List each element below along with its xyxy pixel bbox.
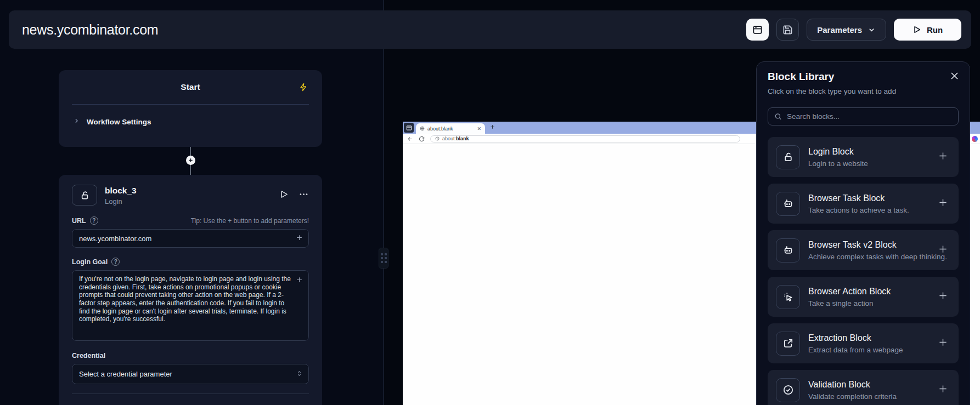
add-block-plus-icon[interactable] (937, 197, 949, 210)
add-block-plus-icon[interactable] (937, 150, 949, 164)
extract-icon (776, 332, 800, 356)
tab-title: about:blank (427, 126, 474, 132)
library-item-extraction-block[interactable]: Extraction Block Extract data from a web… (768, 323, 959, 363)
tab-search-icon[interactable] (404, 123, 414, 133)
plus-icon (295, 233, 303, 242)
library-item-browser-task-v2-block[interactable]: Browser Task v2 Block Achieve complex ta… (768, 230, 959, 270)
start-block-card[interactable]: Start Workflow Settings (59, 70, 322, 147)
chevrons-up-down-icon (296, 370, 303, 379)
credential-select[interactable]: Select a credential parameter (72, 364, 309, 384)
play-icon (913, 25, 921, 34)
lightning-bolt-icon (299, 83, 308, 94)
run-label: Run (927, 25, 943, 35)
chevron-right-icon (73, 117, 80, 127)
url-field-label: URL ? (72, 216, 98, 225)
credential-field-label: Credential (72, 352, 105, 360)
add-parameter-goal-button[interactable] (295, 276, 303, 286)
library-item-browser-action-block[interactable]: Browser Action Block Take a single actio… (768, 277, 959, 317)
chevron-down-icon (868, 26, 876, 34)
add-block-plus-icon[interactable] (937, 383, 949, 397)
parameters-button[interactable]: Parameters (807, 19, 886, 41)
browser-panel-toggle-button[interactable] (746, 19, 769, 41)
new-tab-icon[interactable] (489, 122, 495, 132)
save-icon (782, 25, 793, 35)
help-icon[interactable]: ? (90, 216, 98, 225)
url-input[interactable] (72, 229, 309, 248)
block-type-label: Login (105, 197, 137, 206)
add-block-plus-icon[interactable] (937, 243, 949, 257)
start-block-title: Start (181, 82, 200, 92)
search-input[interactable] (787, 112, 952, 121)
play-icon (279, 190, 289, 199)
browser-tab[interactable]: about:blank ✕ (416, 123, 485, 134)
close-icon[interactable] (949, 71, 960, 83)
save-button[interactable] (776, 19, 799, 41)
divider-drag-handle[interactable] (379, 248, 388, 269)
add-block-node-button[interactable] (186, 156, 195, 165)
add-parameter-url-button[interactable] (295, 233, 303, 244)
login-block-card[interactable]: block_3 Login URL ? Tip: Use the + butto… (59, 175, 322, 405)
workflow-settings-toggle[interactable]: Workflow Settings (59, 105, 322, 127)
block-library-subtitle: Click on the block type you want to add (768, 87, 959, 95)
block-section-divider (72, 393, 309, 394)
robot-icon (776, 238, 800, 263)
parameters-tip: Tip: Use the + button to add parameters! (191, 217, 309, 225)
help-icon[interactable]: ? (111, 258, 120, 266)
plus-icon (188, 157, 194, 163)
window-icon (752, 25, 763, 35)
add-block-plus-icon[interactable] (937, 290, 949, 304)
run-block-button[interactable] (279, 190, 289, 201)
block-library-list: Login Block Login to a website Browser T… (768, 137, 959, 405)
unlock-icon (776, 145, 800, 169)
plus-icon (295, 276, 303, 284)
ellipsis-icon (298, 189, 309, 199)
parameters-label: Parameters (817, 25, 862, 35)
library-item-login-block[interactable]: Login Block Login to a website (768, 137, 959, 177)
globe-icon (420, 126, 425, 131)
add-block-plus-icon[interactable] (937, 336, 949, 350)
refresh-icon[interactable] (419, 136, 425, 142)
library-item-validation-block[interactable]: Validation Block Validate completion cri… (768, 370, 959, 405)
credential-select-value: Select a credential parameter (79, 370, 172, 378)
block-library-title: Block Library (768, 71, 959, 83)
workflow-editor-screen: about:blank ✕ about:blank news.ycombinat… (0, 0, 980, 405)
check-circle-icon (776, 378, 800, 402)
search-icon (774, 112, 782, 121)
run-button[interactable]: Run (894, 19, 961, 41)
robot-icon (776, 192, 800, 216)
panel-divider (383, 0, 384, 405)
workflow-settings-label: Workflow Settings (87, 118, 151, 126)
block-name: block_3 (105, 186, 137, 196)
info-icon (435, 136, 440, 141)
copilot-icon[interactable] (972, 136, 978, 142)
block-menu-button[interactable] (298, 189, 309, 202)
unlock-icon (72, 185, 97, 206)
address-bar[interactable]: about:blank (430, 135, 740, 142)
back-icon[interactable] (407, 136, 413, 142)
block-library-panel: Block Library Click on the block type yo… (756, 61, 970, 405)
login-goal-field-label: Login Goal ? (72, 258, 120, 266)
cursor-sparkle-icon (776, 285, 800, 309)
top-bar: news.ycombinator.com Parameters Run (9, 10, 971, 49)
block-search[interactable] (768, 107, 959, 126)
address-url: about:blank (442, 136, 469, 141)
tab-close-icon[interactable]: ✕ (477, 126, 481, 132)
login-goal-textarea[interactable]: If you're not on the login page, navigat… (72, 270, 309, 341)
workflow-title: news.ycombinator.com (22, 22, 158, 38)
library-item-browser-task-block[interactable]: Browser Task Block Take actions to achie… (768, 184, 959, 224)
